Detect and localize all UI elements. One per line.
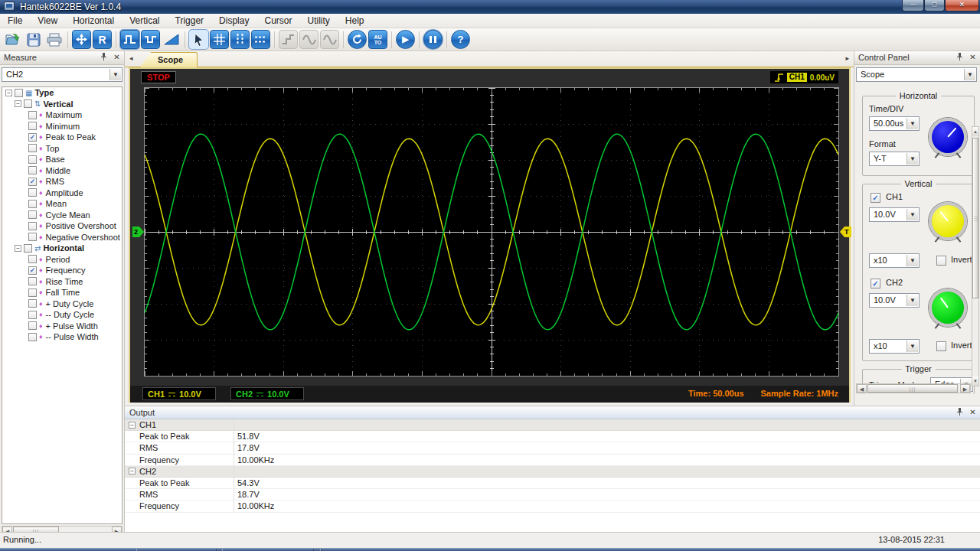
ch2-enable-row[interactable]: ✓ CH2 [871, 278, 903, 289]
tree-item[interactable]: ♦ Cycle Mean [2, 210, 122, 221]
tree-group-horizontal[interactable]: − ⇄ Horizontal [2, 243, 122, 254]
vertical-cursors-icon[interactable] [230, 30, 250, 49]
tree-item[interactable]: ♦ Middle [2, 165, 122, 177]
ch1-position-knob[interactable] [929, 202, 967, 240]
close-icon[interactable]: ✕ [968, 53, 978, 63]
menu-file[interactable]: File [0, 14, 30, 28]
control-mode-select[interactable]: Scope ▼ [856, 67, 977, 82]
tree-expander[interactable]: − [15, 100, 21, 107]
tree-checkbox[interactable] [28, 222, 37, 230]
scroll-up-icon[interactable]: ▲ [972, 127, 978, 136]
cursor-select-icon[interactable] [189, 30, 208, 49]
refresh-icon[interactable] [348, 30, 367, 49]
menu-trigger[interactable]: Trigger [168, 14, 212, 28]
help-icon[interactable]: ? [451, 30, 470, 49]
tab-scope[interactable]: Scope [140, 52, 198, 67]
open-icon[interactable] [3, 30, 22, 49]
menu-display[interactable]: Display [211, 14, 256, 28]
tree-expander[interactable]: − [15, 245, 21, 252]
ch2-invert-row[interactable]: Invert [936, 341, 972, 351]
tree-checkbox[interactable] [15, 89, 23, 97]
grid-icon[interactable] [210, 30, 229, 49]
tree-item[interactable]: ♦ Negative Overshoot [2, 232, 122, 243]
ch2-ground-marker[interactable]: 2 [132, 227, 144, 237]
square-wave-1-icon[interactable] [120, 30, 139, 49]
scroll-right-icon[interactable]: ▶ [960, 384, 970, 393]
horizontal-cursors-icon[interactable] [251, 30, 270, 49]
tree-item[interactable]: ✓♦ Frequency [2, 265, 122, 276]
menu-vertical[interactable]: Vertical [122, 14, 167, 28]
ch1-invert-row[interactable]: Invert [936, 255, 972, 266]
tree-item[interactable]: ♦ + Duty Cycle [2, 298, 122, 310]
tree-checkbox[interactable] [28, 111, 37, 119]
tree-checkbox[interactable]: ✓ [28, 178, 37, 186]
ch1-volts-select[interactable]: 10.0V▼ [869, 207, 920, 222]
tree-checkbox[interactable] [28, 122, 37, 130]
timebase-knob[interactable] [929, 118, 967, 156]
tree-item[interactable]: ✓♦ RMS [2, 176, 122, 187]
scroll-down-icon[interactable]: ▼ [972, 377, 978, 386]
square-wave-2-icon[interactable] [141, 30, 160, 49]
close-icon[interactable]: ✕ [112, 53, 122, 63]
menu-horizontal[interactable]: Horizontal [65, 14, 122, 28]
pin-icon[interactable] [955, 53, 965, 63]
ch2-probe-select[interactable]: x10▼ [869, 339, 920, 354]
tree-checkbox[interactable] [24, 244, 32, 253]
tree-checkbox[interactable] [28, 299, 37, 308]
tree-checkbox[interactable] [28, 333, 37, 341]
tree-checkbox[interactable]: ✓ [28, 266, 37, 275]
tree-item[interactable]: ♦ Positive Overshoot [2, 220, 122, 232]
tree-expander[interactable]: − [5, 90, 12, 96]
output-group-row[interactable]: − CH1 [125, 419, 980, 431]
ch2-invert-checkbox[interactable] [936, 341, 946, 351]
pause-icon[interactable] [423, 30, 443, 49]
ch2-position-knob[interactable] [929, 289, 967, 327]
auto-set-icon[interactable]: AUTO [368, 30, 387, 49]
pin-icon[interactable] [955, 408, 965, 418]
tree-item[interactable]: ♦ Base [2, 154, 122, 165]
tree-item[interactable]: ♦ Fall Time [2, 287, 122, 298]
menu-view[interactable]: View [30, 14, 65, 28]
tree-checkbox[interactable] [28, 155, 37, 164]
tree-item[interactable]: ♦ Maximum [2, 109, 122, 121]
ch1-invert-checkbox[interactable] [936, 256, 946, 266]
tree-item[interactable]: ♦ -- Pulse Width [2, 331, 122, 343]
collapse-icon[interactable]: − [129, 422, 136, 429]
scope-graticule[interactable] [144, 87, 839, 377]
tree-item[interactable]: ♦ -- Duty Cycle [2, 309, 122, 321]
tree-checkbox[interactable] [28, 233, 37, 241]
tree-checkbox[interactable] [28, 188, 37, 197]
xy-mode-icon[interactable] [72, 30, 91, 49]
close-icon[interactable]: ✕ [968, 408, 978, 418]
save-icon[interactable] [24, 30, 43, 49]
tree-item[interactable]: ♦ Period [2, 254, 122, 266]
menu-utility[interactable]: Utility [299, 14, 337, 28]
pin-icon[interactable] [99, 53, 109, 63]
collapse-icon[interactable]: − [129, 468, 136, 474]
scroll-left-icon[interactable]: ◀ [857, 384, 867, 393]
tree-checkbox[interactable] [28, 144, 37, 152]
tree-checkbox[interactable] [28, 311, 37, 319]
close-button[interactable]: ✕ [945, 0, 979, 11]
trigger-level-marker[interactable]: T [840, 227, 851, 237]
tree-item[interactable]: ♦ Top [2, 143, 122, 155]
menu-cursor[interactable]: Cursor [256, 14, 299, 28]
start-icon[interactable]: ▶ [396, 30, 415, 49]
tree-item[interactable]: ♦ + Pulse Width [2, 321, 122, 332]
tree-checkbox[interactable] [24, 99, 32, 108]
tree-item[interactable]: ♦ Minimum [2, 121, 122, 132]
reference-icon[interactable]: R [93, 30, 112, 49]
tree-item-root[interactable]: − ▦ Type [2, 87, 122, 99]
tree-item[interactable]: ✓♦ Peak to Peak [2, 132, 122, 143]
tree-checkbox[interactable] [28, 277, 37, 285]
control-vscrollbar[interactable]: ▲ ——— ▼ [972, 126, 979, 386]
tab-scroll-left-icon[interactable]: ◂ [129, 54, 133, 62]
ramp-icon[interactable] [162, 30, 181, 49]
tree-checkbox[interactable] [28, 200, 37, 208]
ch1-enable-row[interactable]: ✓ CH1 [871, 192, 903, 203]
tree-checkbox[interactable] [28, 255, 37, 263]
output-group-row[interactable]: − CH2 [125, 466, 980, 478]
ch2-volts-select[interactable]: 10.0V▼ [869, 293, 920, 308]
ch1-checkbox[interactable]: ✓ [871, 193, 880, 203]
tree-checkbox[interactable] [28, 289, 37, 297]
